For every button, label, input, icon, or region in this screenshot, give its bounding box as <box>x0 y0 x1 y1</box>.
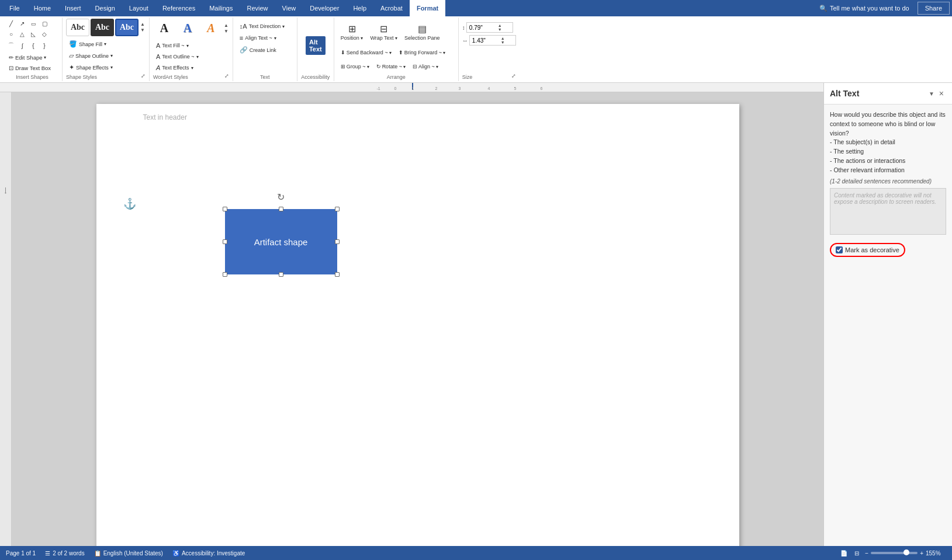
shape-style-3[interactable]: Abc <box>115 19 139 36</box>
wordart-styles-expand[interactable]: ⤢ <box>224 73 229 79</box>
draw-text-box-button[interactable]: ⊡ Draw Text Box <box>6 63 54 73</box>
rotate-button[interactable]: ↻ Rotate ~ ▾ <box>373 62 409 71</box>
view-icon-1[interactable]: 📄 <box>839 549 849 558</box>
page-info[interactable]: Page 1 of 1 <box>6 550 36 556</box>
artifact-shape-container[interactable]: Artifact shape <box>225 209 337 274</box>
shape-effects-button[interactable]: ✦ Shape Effects ▾ <box>66 62 116 73</box>
tab-layout[interactable]: Layout <box>122 0 155 16</box>
artifact-shape[interactable]: Artifact shape <box>225 209 337 274</box>
tab-format[interactable]: Format <box>410 0 445 16</box>
handle-middle-right[interactable] <box>335 239 340 244</box>
handle-top-left[interactable] <box>223 207 227 211</box>
mark-as-decorative-checkbox[interactable] <box>836 246 843 253</box>
width-increment[interactable]: ▲ <box>500 36 506 40</box>
width-input[interactable] <box>472 37 498 44</box>
ribbon-group-size: ↕ ▲ ▼ ↔ <box>459 18 520 81</box>
handle-top-right[interactable] <box>335 207 340 211</box>
shape-oval[interactable]: ○ <box>6 29 16 39</box>
zoom-minus[interactable]: − <box>865 550 868 556</box>
alt-text-button[interactable]: AltText <box>301 34 330 58</box>
tab-developer[interactable]: Developer <box>303 0 346 16</box>
text-direction-button[interactable]: ↕A Text Direction ▾ <box>237 21 288 32</box>
gallery-scroll-more[interactable]: ▼ <box>140 27 146 33</box>
document-scroll-area[interactable]: Text in header ⚓ Artifact shape <box>12 92 823 546</box>
rotate-handle[interactable] <box>277 193 285 201</box>
zoom-level[interactable]: 155% <box>926 550 946 556</box>
tab-insert[interactable]: Insert <box>58 0 88 16</box>
shape-diamond[interactable]: ◇ <box>39 29 50 39</box>
align-icon: ⊟ <box>413 64 417 69</box>
shape-freeform[interactable]: ∫ <box>17 41 27 51</box>
shape-style-2[interactable]: Abc <box>91 19 114 36</box>
wordart-style-1[interactable]: A <box>153 20 175 37</box>
bring-forward-button[interactable]: ⬆ Bring Forward ~ ▾ <box>396 48 448 57</box>
shape-rect[interactable]: ▭ <box>28 19 39 29</box>
shape-outline-button[interactable]: ▱ Shape Outline ▾ <box>66 50 116 61</box>
wordart-scroll-more[interactable]: ▼ <box>223 29 229 34</box>
alt-text-dropdown-icon[interactable]: ▼ <box>929 91 934 97</box>
handle-top-center[interactable] <box>279 207 283 211</box>
tab-references[interactable]: References <box>155 0 202 16</box>
shape-rounded-rect[interactable]: ▢ <box>39 19 50 29</box>
zoom-slider[interactable]: − + 155% <box>865 550 946 556</box>
text-fill-button[interactable]: A Text Fill ~ ▾ <box>153 40 192 51</box>
handle-bottom-left[interactable] <box>223 272 227 277</box>
size-expand[interactable]: ⤢ <box>511 73 516 79</box>
align-label: Align ~ <box>418 64 435 69</box>
height-input[interactable] <box>469 25 496 31</box>
text-effects-button[interactable]: A Text Effects ▾ <box>153 62 196 73</box>
handle-middle-left[interactable] <box>223 239 227 244</box>
tab-design[interactable]: Design <box>88 0 122 16</box>
text-fill-dropdown-icon: ▾ <box>186 43 189 48</box>
accessibility-status[interactable]: ♿ Accessibility: Investigate <box>172 550 245 556</box>
anchor-icon: ⚓ <box>123 197 136 210</box>
tab-review[interactable]: Review <box>240 0 275 16</box>
tab-file[interactable]: File <box>2 0 27 16</box>
width-decrement[interactable]: ▼ <box>500 40 506 44</box>
shape-outline-label: Shape Outline <box>75 53 109 59</box>
shape-line[interactable]: ╱ <box>6 19 16 29</box>
height-increment[interactable]: ▲ <box>497 23 503 27</box>
text-outline-button[interactable]: A Text Outline ~ ▾ <box>153 51 202 62</box>
handle-bottom-center[interactable] <box>279 272 283 277</box>
wordart-style-3[interactable]: A <box>200 20 222 37</box>
alt-text-close-button[interactable]: × <box>937 88 946 99</box>
send-backward-label: Send Backward ~ <box>347 50 388 55</box>
wrap-text-button[interactable]: ⊟ Wrap Text ▾ <box>367 22 400 43</box>
shape-fill-button[interactable]: 🪣 Shape Fill ▾ <box>66 39 109 50</box>
shape-arrow[interactable]: ↗ <box>17 19 27 29</box>
shape-right-triangle[interactable]: ◺ <box>28 29 39 39</box>
language-status[interactable]: 📋 English (United States) <box>94 550 163 556</box>
word-count[interactable]: ☰ 2 of 2 words <box>45 550 84 556</box>
shape-bracket[interactable]: } <box>39 41 50 51</box>
shape-curve[interactable]: ⌒ <box>6 40 16 51</box>
zoom-plus[interactable]: + <box>920 550 923 556</box>
group-button[interactable]: ⊞ Group ~ ▾ <box>338 62 372 71</box>
handle-bottom-right[interactable] <box>335 272 340 277</box>
wordart-style-2[interactable]: A <box>176 20 199 37</box>
shape-styles-expand[interactable]: ⤢ <box>141 73 146 79</box>
shape-star[interactable]: { <box>28 41 39 51</box>
shape-triangle[interactable]: △ <box>17 29 27 39</box>
position-button[interactable]: ⊞ Position ▾ <box>338 22 366 43</box>
edit-shape-button[interactable]: ✏ Edit Shape ▾ <box>6 53 49 62</box>
wordart-scroll-up[interactable]: ▲ <box>223 23 229 29</box>
tab-acrobat[interactable]: Acrobat <box>373 0 410 16</box>
selection-pane-button[interactable]: ▤ Selection Pane <box>401 22 443 43</box>
align-text-button[interactable]: ≡ Align Text ~ ▾ <box>237 33 279 43</box>
tab-view[interactable]: View <box>275 0 303 16</box>
tab-mailings[interactable]: Mailings <box>202 0 240 16</box>
tab-home[interactable]: Home <box>27 0 58 16</box>
alt-text-textarea[interactable]: Content marked as decorative will not ex… <box>830 188 946 235</box>
text-outline-label: Text Outline ~ <box>162 54 194 60</box>
view-icon-2[interactable]: ⊟ <box>853 549 860 558</box>
send-backward-button[interactable]: ⬇ Send Backward ~ ▾ <box>338 48 394 57</box>
tab-help[interactable]: Help <box>346 0 373 16</box>
share-button[interactable]: Share <box>918 2 950 15</box>
bring-forward-label: Bring Forward ~ <box>404 50 442 55</box>
create-link-button[interactable]: 🔗 Create Link <box>237 44 279 55</box>
align-button[interactable]: ⊟ Align ~ ▾ <box>410 62 441 71</box>
height-decrement[interactable]: ▼ <box>497 27 503 32</box>
shape-style-1[interactable]: Abc <box>66 19 89 36</box>
gallery-scroll-up[interactable]: ▲ <box>140 22 146 27</box>
